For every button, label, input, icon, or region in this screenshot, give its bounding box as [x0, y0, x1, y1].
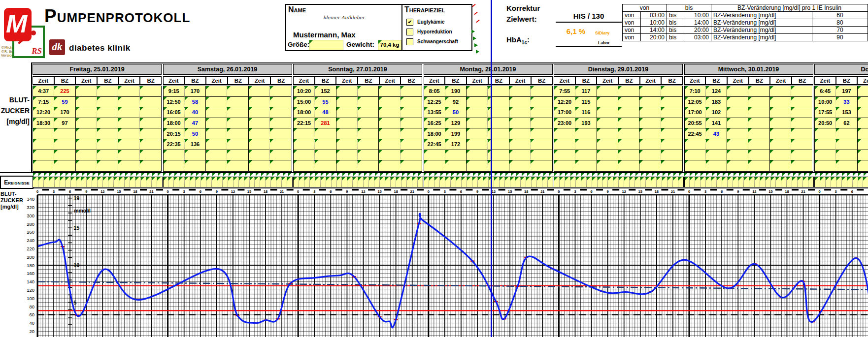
x-axis-hour-label: 9	[476, 189, 478, 194]
x-axis-hour-label: 12	[622, 189, 626, 194]
x-axis-hour-label: 21	[540, 189, 544, 194]
y-axis-tick-label: 160	[27, 271, 34, 276]
x-axis-hour-label: 15	[768, 189, 772, 194]
y-axis-tick-label: 140	[27, 279, 34, 284]
mmol-tick-label: 5	[73, 300, 76, 306]
x-axis-hour-label: 3	[183, 189, 185, 194]
y-axis-tick-label: 240	[27, 238, 34, 243]
x-axis-hour-label: 6	[330, 189, 332, 194]
x-axis-hour-label: 15	[247, 189, 251, 194]
mn-logo: M	[4, 8, 32, 41]
x-axis-hour-label: 6	[69, 189, 71, 194]
x-axis-hour-label: 15	[377, 189, 381, 194]
y-axis-tick-label: 60	[29, 312, 34, 317]
x-axis-hour-label: 18	[133, 189, 137, 194]
x-axis-hour-label: 12	[100, 189, 104, 194]
y-axis-tick-label: 180	[27, 263, 34, 268]
y-axis-tick-label: 40	[29, 320, 34, 326]
x-axis-hour-label: 9	[85, 189, 87, 194]
x-axis-hour-label: 6	[200, 189, 201, 194]
x-axis-hour-label: 15	[508, 189, 512, 194]
y-axis-tick-label: 280	[27, 221, 34, 227]
mmol-tick-label: 10	[73, 262, 79, 268]
x-axis-hour-label: 0	[688, 189, 690, 194]
x-axis-hour-label: 12	[752, 189, 756, 194]
x-axis-hour-label: 6	[590, 189, 592, 194]
x-axis-hour-label: 0	[819, 189, 821, 194]
y-axis-tick-label: 200	[27, 254, 34, 260]
x-axis-hour-label: 9	[607, 189, 609, 194]
x-axis-hour-label: 21	[149, 189, 153, 194]
mmol-axis-label: mmol/l	[74, 208, 91, 214]
x-axis-hour-label: 12	[361, 189, 365, 194]
x-axis-hour-label: 6	[460, 189, 462, 194]
x-axis-hour-label: 3	[704, 189, 706, 194]
x-axis-hour-label: 12	[231, 189, 235, 194]
pumpenprotokoll-sheet: RS M Pumpenprotokoll dk diabetes klinik …	[0, 0, 868, 337]
x-axis-hour-label: 0	[428, 189, 430, 194]
page-break-line	[491, 0, 492, 337]
y-axis-tick-label: 120	[27, 287, 34, 293]
x-axis-hour-label: 9	[216, 189, 218, 194]
y-axis-tick-label: 20	[29, 329, 34, 334]
x-axis-hour-label: 3	[313, 189, 315, 194]
x-axis-hour-label: 3	[574, 189, 576, 194]
x-axis-hour-label: 15	[638, 189, 642, 194]
y-axis-tick-label: 100	[27, 296, 34, 301]
x-axis-hour-label: 18	[655, 189, 659, 194]
m-monogram: M	[6, 9, 30, 39]
x-axis-hour-label: 18	[785, 189, 789, 194]
y-axis-tick-label: 340	[27, 196, 34, 202]
x-axis-hour-label: 21	[410, 189, 414, 194]
x-axis-hour-label: 18	[264, 189, 267, 194]
x-axis-hour-label: 9	[346, 189, 348, 194]
pen-tip-icon	[31, 31, 36, 35]
x-axis-hour-label: 0	[297, 189, 299, 194]
x-axis-hour-label: 12	[492, 189, 496, 194]
x-axis-hour-label: 21	[801, 189, 805, 194]
mmol-tick-label: 19	[73, 195, 79, 201]
x-axis-hour-label: 3	[53, 189, 55, 194]
x-axis-hour-label: 21	[671, 189, 675, 194]
rs-logo-text: RS	[32, 46, 42, 56]
x-axis-hour-label: 15	[117, 189, 121, 194]
x-axis-hour-label: 18	[394, 189, 398, 194]
x-axis-hour-label: 6	[721, 189, 723, 194]
y-axis-tick-label: 320	[27, 205, 34, 210]
x-axis-hour-label: 0	[558, 189, 560, 194]
x-axis-hour-label: 21	[280, 189, 284, 194]
x-axis-hour-label: 0	[36, 189, 38, 194]
x-axis-hour-label: 18	[524, 189, 528, 194]
y-axis-tick-label: 220	[27, 246, 34, 251]
x-axis-hour-label: 9	[737, 189, 739, 194]
y-axis-tick-label: 260	[27, 229, 34, 235]
mmol-tick-label: 15	[73, 225, 79, 231]
x-axis-hour-label: 6	[851, 189, 853, 194]
y-axis-tick-label: 80	[29, 304, 34, 309]
bz-chart: 3403203002802602402202001801601401201008…	[0, 0, 868, 337]
x-axis-hour-label: 3	[444, 189, 446, 194]
y-axis-tick-label: 300	[27, 213, 34, 218]
x-axis-hour-label: 0	[167, 189, 169, 194]
x-axis-hour-label: 3	[835, 189, 837, 194]
